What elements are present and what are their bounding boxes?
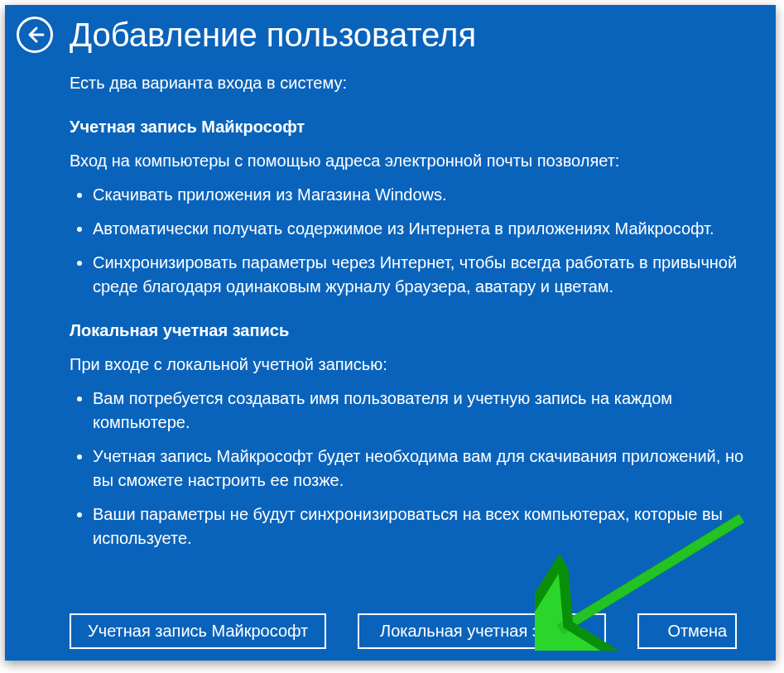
intro-text: Есть два варианта входа в систему:: [70, 71, 767, 95]
footer-buttons: Учетная запись Майкрософт Локальная учет…: [5, 613, 776, 649]
list-item: Ваши параметры не будут синхронизировать…: [93, 498, 767, 555]
content-body: Есть два варианта входа в систему: Учетн…: [5, 56, 776, 555]
back-button[interactable]: [17, 17, 53, 53]
local-account-lead: При входе с локальной учетной записью:: [70, 353, 767, 377]
local-account-heading: Локальная учетная запись: [70, 319, 767, 343]
ms-bullet-list: Скачивать приложения из Магазина Windows…: [70, 178, 767, 304]
ms-account-heading: Учетная запись Майкрософт: [70, 115, 767, 139]
add-user-panel: Добавление пользователя Есть два вариант…: [5, 5, 776, 661]
list-item: Скачивать приложения из Магазина Windows…: [93, 178, 767, 212]
list-item: Автоматически получать содержимое из Инт…: [93, 212, 767, 246]
arrow-left-icon: [25, 25, 45, 45]
page-title: Добавление пользователя: [70, 17, 476, 52]
ms-account-lead: Вход на компьютеры с помощью адреса элек…: [70, 149, 767, 173]
list-item: Учетная запись Майкрософт будет необходи…: [93, 440, 767, 498]
list-item: Вам потребуется создавать имя пользовате…: [93, 382, 767, 440]
cancel-button[interactable]: Отмена: [637, 613, 737, 649]
header: Добавление пользователя: [5, 5, 776, 56]
microsoft-account-button[interactable]: Учетная запись Майкрософт: [70, 613, 326, 649]
local-bullet-list: Вам потребуется создавать имя пользовате…: [70, 382, 767, 555]
local-account-button[interactable]: Локальная учетная запись: [358, 613, 606, 649]
list-item: Синхронизировать параметры через Интерне…: [93, 246, 767, 304]
